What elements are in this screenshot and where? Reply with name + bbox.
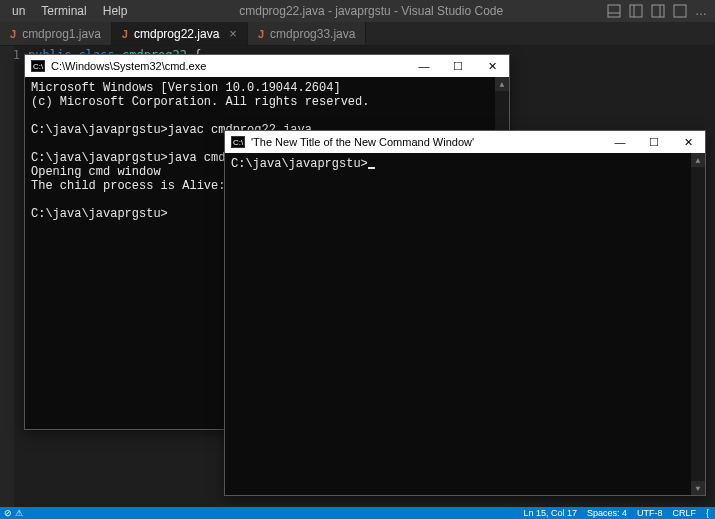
close-icon[interactable]: × — [229, 26, 237, 41]
java-file-icon: J — [10, 28, 16, 40]
scroll-up-icon[interactable]: ▲ — [495, 77, 509, 91]
status-ln-col[interactable]: Ln 15, Col 17 — [523, 508, 577, 518]
close-button[interactable]: ✕ — [475, 55, 509, 77]
status-spaces[interactable]: Spaces: 4 — [587, 508, 627, 518]
tab-cmdprog22[interactable]: J cmdprog22.java × — [112, 22, 248, 45]
tab-label: cmdprog1.java — [22, 27, 101, 41]
maximize-button[interactable]: ☐ — [441, 55, 475, 77]
scroll-up-icon[interactable]: ▲ — [691, 153, 705, 167]
menu-run[interactable]: un — [4, 4, 33, 18]
svg-rect-0 — [608, 5, 620, 17]
svg-rect-4 — [652, 5, 664, 17]
more-icon[interactable]: … — [695, 4, 707, 18]
status-lang[interactable]: { — [706, 508, 709, 518]
java-file-icon: J — [122, 28, 128, 40]
window-title-text: C:\Windows\System32\cmd.exe — [51, 60, 407, 72]
title-actions: … — [607, 4, 711, 18]
window-title-text: 'The New Title of the New Command Window… — [251, 136, 603, 148]
minimize-button[interactable]: — — [603, 131, 637, 153]
tabbar: J cmdprog1.java J cmdprog22.java × J cmd… — [0, 22, 715, 46]
layout-sidebar-icon[interactable] — [629, 4, 643, 18]
cmd-window-2[interactable]: C:\ 'The New Title of the New Command Wi… — [224, 130, 706, 496]
svg-rect-6 — [674, 5, 686, 17]
menu-help[interactable]: Help — [95, 4, 136, 18]
menubar: un Terminal Help cmdprog22.java - javapr… — [0, 0, 715, 22]
maximize-button[interactable]: ☐ — [637, 131, 671, 153]
minimize-button[interactable]: — — [407, 55, 441, 77]
window-title: cmdprog22.java - javaprgstu - Visual Stu… — [135, 4, 607, 18]
cursor-icon — [368, 167, 375, 169]
activity-bar — [0, 46, 14, 507]
terminal-output[interactable]: C:\java\javaprgstu> ▲ ▼ — [225, 153, 705, 495]
cmd-icon: C:\ — [231, 136, 245, 148]
statusbar: ⊘ ⚠ Ln 15, Col 17 Spaces: 4 UTF-8 CRLF { — [0, 507, 715, 519]
status-eol[interactable]: CRLF — [672, 508, 696, 518]
tab-label: cmdprog22.java — [134, 27, 219, 41]
scroll-down-icon[interactable]: ▼ — [691, 481, 705, 495]
layout-panel-icon[interactable] — [607, 4, 621, 18]
tab-label: cmdprog33.java — [270, 27, 355, 41]
tab-cmdprog1[interactable]: J cmdprog1.java — [0, 22, 112, 45]
tab-cmdprog33[interactable]: J cmdprog33.java — [248, 22, 367, 45]
close-button[interactable]: ✕ — [671, 131, 705, 153]
status-encoding[interactable]: UTF-8 — [637, 508, 663, 518]
scrollbar[interactable]: ▲ ▼ — [691, 153, 705, 495]
titlebar[interactable]: C:\ C:\Windows\System32\cmd.exe — ☐ ✕ — [25, 55, 509, 77]
titlebar[interactable]: C:\ 'The New Title of the New Command Wi… — [225, 131, 705, 153]
menu-terminal[interactable]: Terminal — [33, 4, 94, 18]
layout-full-icon[interactable] — [673, 4, 687, 18]
java-file-icon: J — [258, 28, 264, 40]
cmd-icon: C:\ — [31, 60, 45, 72]
svg-rect-2 — [630, 5, 642, 17]
layout-sidebar-right-icon[interactable] — [651, 4, 665, 18]
status-problems[interactable]: ⊘ ⚠ — [4, 508, 23, 518]
